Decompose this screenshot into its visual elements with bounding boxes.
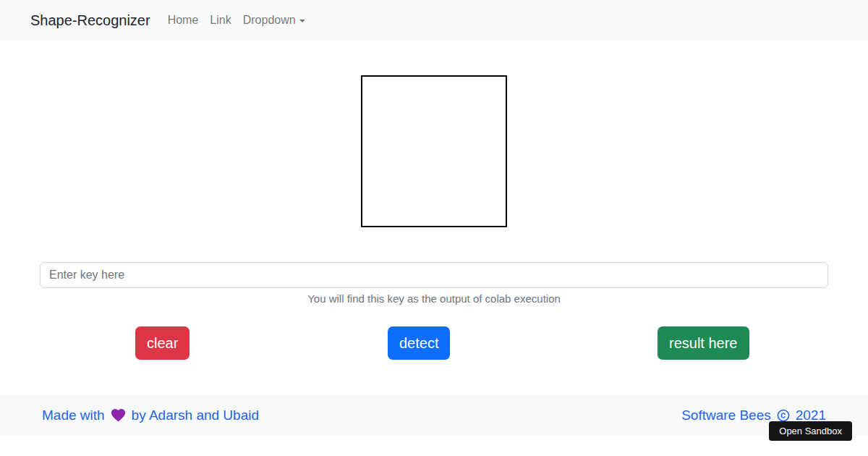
copyright-icon [776, 408, 791, 423]
detect-button[interactable]: detect [388, 326, 450, 360]
key-helper-text: You will find this key as the output of … [0, 292, 868, 305]
clear-button[interactable]: clear [135, 326, 190, 360]
software-bees-link[interactable]: Software Bees [681, 408, 771, 423]
nav-links: Home Link Dropdown [162, 8, 311, 33]
open-sandbox-button[interactable]: Open Sandbox [769, 421, 852, 441]
footer-credits: Made with by Adarsh and Ubaid [42, 407, 259, 423]
canvas-row [0, 75, 868, 227]
brand-link[interactable]: Shape-Recognizer [30, 12, 150, 29]
made-with-text[interactable]: Made with [42, 408, 105, 423]
authors-link[interactable]: by Adarsh and Ubaid [132, 408, 259, 423]
dropdown-label: Dropdown [243, 14, 296, 26]
result-here-button[interactable]: result here [658, 326, 749, 360]
nav-item-link[interactable]: Link [204, 8, 237, 33]
main-content: You will find this key as the output of … [0, 75, 868, 360]
chevron-down-icon [299, 20, 305, 22]
navbar: Shape-Recognizer Home Link Dropdown [0, 0, 868, 41]
footer: Made with by Adarsh and Ubaid Software B… [0, 394, 868, 436]
key-input[interactable] [40, 262, 828, 288]
nav-item-home[interactable]: Home [162, 8, 205, 33]
nav-item-dropdown[interactable]: Dropdown [237, 8, 311, 33]
key-input-row [0, 262, 868, 288]
buttons-row: clear detect result here [0, 326, 868, 360]
drawing-canvas[interactable] [361, 75, 507, 227]
heart-icon [110, 407, 127, 423]
